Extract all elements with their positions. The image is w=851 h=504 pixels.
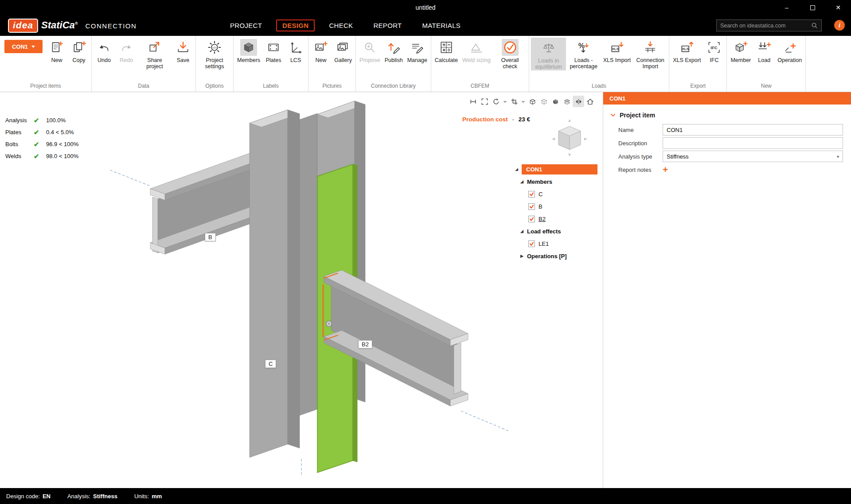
ribbon-item-xls-export[interactable]: XLSXLS Export (671, 36, 703, 63)
bolt[interactable] (326, 321, 332, 327)
ribbon-item-new[interactable]: New (46, 36, 68, 63)
transparent-view-button[interactable] (538, 96, 550, 107)
production-cost-value: 23 € (519, 116, 530, 123)
tree-node-le1[interactable]: LE1 (528, 237, 597, 250)
checkbox-checked-icon[interactable] (528, 216, 535, 222)
balance-icon (540, 39, 557, 56)
expander-icon[interactable]: ◢ (515, 167, 522, 171)
caret-down-icon[interactable] (502, 96, 508, 107)
model-canvas[interactable] (0, 92, 603, 488)
search-icon (811, 22, 818, 29)
description-input[interactable] (663, 137, 843, 149)
ribbon-item-operation[interactable]: Operation (775, 36, 804, 63)
navigation-cube[interactable] (550, 118, 589, 158)
ribbon-item-gallery[interactable]: Gallery (332, 36, 354, 63)
ribbon-item-label: Publish (385, 57, 403, 63)
ribbon-item-member[interactable]: Member (728, 36, 753, 63)
info-icon[interactable]: i (834, 20, 845, 31)
menu-check[interactable]: CHECK (323, 19, 359, 31)
member-label-b2[interactable]: B2 (358, 340, 372, 349)
section-project-item[interactable]: Project item (610, 112, 851, 119)
tree-node-operations-p[interactable]: ▶Operations [P] (520, 250, 597, 262)
ribbon-item-ifc[interactable]: IFCIFC (703, 36, 725, 63)
rotate-view-button[interactable] (490, 96, 502, 107)
tree-node-c[interactable]: C (528, 188, 597, 200)
ribbon-item-label: Calculate (435, 57, 458, 63)
menu-report[interactable]: REPORT (367, 19, 408, 31)
menu-project[interactable]: PROJECT (224, 19, 268, 31)
member-label-b[interactable]: B (205, 233, 216, 241)
tree-node-members[interactable]: ◢Members (520, 175, 597, 188)
minimize-button[interactable]: – (774, 0, 800, 15)
ribbon-item-xls-import[interactable]: XLSXLS Import (601, 36, 633, 63)
viewport-3d[interactable]: Analysis✔100.0%Plates✔0.4 < 5.0%Bolts✔96… (0, 92, 603, 488)
tree-node-load-effects[interactable]: ◢Load effects (520, 225, 597, 237)
ribbon-item-publish[interactable]: Publish (383, 36, 405, 63)
ribbon-group-label: Options (197, 82, 232, 92)
ribbon-item-project-settings[interactable]: </>Project settings (197, 36, 232, 70)
ribbon-item-label: Load (758, 57, 770, 63)
menu-materials[interactable]: MATERIALS (416, 19, 467, 31)
field-label: Description (618, 140, 663, 147)
member-label-c[interactable]: C (265, 360, 276, 368)
ribbon-item-new[interactable]: New (310, 36, 332, 63)
expander-icon[interactable]: ◢ (520, 179, 527, 184)
analysis-type-select[interactable]: Stiffness▾ (663, 151, 843, 162)
ribbon-item-load[interactable]: Load (753, 36, 775, 63)
measure-button[interactable] (467, 96, 479, 107)
search-input[interactable] (720, 23, 811, 29)
solid-view-button[interactable] (550, 96, 561, 107)
tree-node-b[interactable]: B (528, 200, 597, 213)
tree-root-con1[interactable]: ◢CON1 (515, 163, 597, 175)
add-report-notes-button[interactable]: + (663, 165, 668, 174)
idea-logo: idea (8, 19, 38, 33)
maximize-button[interactable] (800, 0, 825, 15)
ribbon-project-item-selector[interactable]: CON1 (4, 40, 43, 53)
expander-icon[interactable]: ◢ (520, 229, 527, 233)
chevron-down-icon: ▾ (837, 154, 839, 159)
zoom-fit-button[interactable] (479, 96, 490, 107)
status-bar: Design code:ENAnalysis:StiffnessUnits:mm (0, 488, 851, 504)
tree-node-b2[interactable]: B2 (528, 213, 597, 225)
ribbon-item-manage[interactable]: Manage (405, 36, 429, 63)
share-icon (146, 39, 163, 56)
checkbox-checked-icon[interactable] (528, 203, 535, 210)
ribbon-item-undo[interactable]: Undo (93, 36, 115, 63)
home-view-button[interactable] (584, 96, 596, 107)
main-area: Analysis✔100.0%Plates✔0.4 < 5.0%Bolts✔96… (0, 92, 851, 488)
ribbon-item-label: LCS (290, 57, 301, 63)
expander-icon[interactable]: ▶ (520, 254, 527, 258)
field-row-analysis-type: Analysis typeStiffness▾ (603, 150, 851, 163)
ribbon-item-save[interactable]: Save (172, 36, 194, 63)
ribbon-item-overall-check[interactable]: Overall check (493, 36, 527, 70)
caret-down-icon[interactable] (520, 96, 527, 107)
ribbon-item-copy[interactable]: Copy (68, 36, 90, 63)
ribbon-item-label: Members (237, 57, 260, 63)
ribbon-item-label: Propose (359, 57, 380, 63)
ribbon-item-calculate[interactable]: Calculate (433, 36, 460, 63)
ribbon-item-label: XLS Export (673, 57, 701, 63)
ribbon-item-members[interactable]: Members (235, 36, 262, 63)
properties-panel-header: CON1 (603, 92, 851, 105)
ribbon-item-share-project[interactable]: Share project (137, 36, 172, 70)
checkbox-checked-icon[interactable] (528, 191, 535, 198)
ribbon-item-loads-percentage[interactable]: %Loads - percentage (566, 36, 601, 70)
checkbox-checked-icon[interactable] (528, 240, 535, 247)
ribbon-item-redo: Redo (115, 36, 137, 63)
ribbon-item-plates[interactable]: Plates (262, 36, 285, 63)
properties-panel: CON1 Project item NameDescriptionAnalysi… (603, 92, 851, 488)
ribbon-item-connection-import[interactable]: Connection Import (633, 36, 668, 70)
section-view-button[interactable] (508, 96, 520, 107)
ribbon-item-label: Save (177, 57, 190, 63)
ribbon-item-lcs[interactable]: LCS (285, 36, 307, 63)
undo-icon (96, 39, 113, 56)
wireframe-view-button[interactable] (527, 96, 538, 107)
close-button[interactable]: ✕ (825, 0, 851, 15)
menu-design[interactable]: DESIGN (276, 19, 315, 31)
ribbon-groups: CON1NewCopyProject itemsUndoRedoShare pr… (0, 36, 806, 92)
name-input[interactable] (663, 124, 843, 136)
plates-view-button[interactable] (561, 96, 573, 107)
search-box[interactable] (716, 19, 822, 31)
mirror-view-button[interactable] (573, 96, 584, 107)
viewport-toolbar (467, 96, 596, 107)
